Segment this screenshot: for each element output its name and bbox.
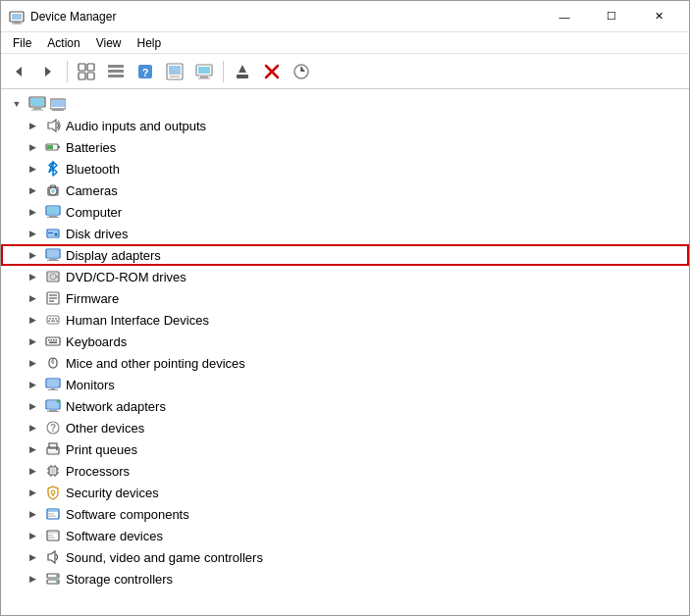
tree-item-software-dev[interactable]: ▶ Software devices — [1, 525, 689, 546]
tree-item-cameras[interactable]: ▶ Cameras — [1, 180, 689, 201]
expand-firmware-icon: ▶ — [25, 290, 40, 306]
maximize-button[interactable]: ☐ — [589, 1, 634, 32]
hid-icon — [44, 311, 62, 329]
menu-file[interactable]: File — [5, 34, 39, 52]
tree-item-print[interactable]: ▶ Print queues — [1, 438, 689, 460]
svg-rect-21 — [198, 77, 210, 78]
software-comp-icon — [44, 505, 62, 523]
svg-point-52 — [55, 233, 58, 236]
details-button[interactable] — [102, 58, 130, 85]
svg-rect-91 — [47, 411, 59, 412]
update-button[interactable] — [288, 58, 315, 85]
svg-rect-87 — [48, 389, 58, 390]
dvd-label: DVD/CD-ROM drives — [66, 270, 186, 284]
mice-icon — [44, 354, 62, 372]
svg-rect-31 — [33, 108, 41, 110]
network-label: Network adapters — [66, 399, 166, 414]
expand-root-icon: ▼ — [9, 96, 25, 112]
properties-button[interactable] — [73, 58, 100, 85]
software-dev-icon — [44, 527, 62, 544]
svg-rect-68 — [49, 318, 51, 320]
expand-sound-icon: ▶ — [25, 549, 40, 565]
menu-bar: File Action View Help — [1, 32, 689, 54]
svg-point-44 — [51, 189, 55, 193]
other-icon: ? — [44, 419, 62, 436]
svg-rect-65 — [49, 297, 57, 299]
svg-rect-86 — [51, 388, 55, 389]
svg-rect-90 — [49, 410, 57, 411]
delete-button[interactable] — [258, 58, 286, 85]
svg-point-92 — [57, 400, 60, 403]
batteries-label: Batteries — [66, 140, 116, 155]
print-icon — [44, 440, 62, 458]
scan-button[interactable] — [229, 58, 256, 85]
tree-item-audio[interactable]: ▶ Audio inputs and outputs — [1, 115, 689, 136]
tree-item-storage[interactable]: ▶ Storage controllers — [1, 568, 689, 590]
svg-rect-6 — [79, 64, 85, 71]
tree-item-security[interactable]: ▶ Security devices — [1, 482, 689, 503]
tree-item-software-comp[interactable]: ▶ Software components — [1, 503, 689, 525]
tree-item-other[interactable]: ▶ ? Other devices — [1, 417, 689, 438]
svg-rect-17 — [170, 76, 180, 77]
menu-help[interactable]: Help — [130, 34, 170, 52]
print-label: Print queues — [66, 442, 137, 457]
device-tree: ▼ — [1, 93, 689, 590]
svg-marker-119 — [48, 551, 55, 563]
svg-rect-74 — [46, 337, 60, 345]
tree-item-firmware[interactable]: ▶ Firmware — [1, 287, 689, 309]
expand-batteries-icon: ▶ — [25, 139, 40, 155]
security-label: Security devices — [66, 486, 159, 500]
svg-rect-7 — [87, 64, 94, 71]
svg-point-61 — [52, 276, 54, 278]
tree-item-hid[interactable]: ▶ Human Interface Devices — [1, 309, 689, 331]
svg-rect-113 — [48, 513, 54, 515]
help-button[interactable]: ? — [132, 58, 159, 85]
processors-label: Processors — [66, 464, 130, 479]
tree-item-batteries[interactable]: ▶ Batteries — [1, 136, 689, 158]
minimize-button[interactable]: — — [542, 1, 587, 32]
svg-rect-82 — [51, 360, 53, 363]
svg-rect-78 — [56, 339, 58, 341]
svg-rect-16 — [169, 66, 181, 75]
tree-item-disk[interactable]: ▶ Disk drives — [1, 223, 689, 244]
svg-point-83 — [52, 367, 54, 369]
tree-item-processors[interactable]: ▶ Processors — [1, 460, 689, 482]
tree-item-mice[interactable]: ▶ Mice and other pointing devices — [1, 352, 689, 374]
close-button[interactable]: ✕ — [636, 1, 681, 32]
device-tree-content[interactable]: ▼ — [1, 89, 689, 615]
tree-item-display[interactable]: ▶ Display adapters — [1, 244, 689, 266]
software-comp-label: Software components — [66, 507, 189, 522]
expand-storage-icon: ▶ — [25, 571, 40, 587]
svg-rect-49 — [47, 217, 59, 218]
expand-security-icon: ▶ — [25, 485, 40, 500]
forward-button[interactable] — [34, 58, 62, 85]
expand-audio-icon: ▶ — [25, 118, 40, 133]
svg-point-122 — [56, 575, 58, 577]
monitor-icon — [44, 376, 62, 393]
tree-item-monitors[interactable]: ▶ Monitors — [1, 374, 689, 395]
tree-item-dvd[interactable]: ▶ DVD/CD-ROM drives — [1, 266, 689, 287]
back-button[interactable] — [5, 58, 32, 85]
svg-rect-12 — [108, 75, 124, 77]
menu-view[interactable]: View — [88, 34, 130, 52]
computer-icon — [28, 95, 46, 113]
svg-rect-20 — [200, 77, 208, 78]
tree-item-keyboards[interactable]: ▶ Keyboards — [1, 331, 689, 352]
svg-rect-39 — [58, 146, 60, 148]
svg-rect-117 — [48, 535, 53, 537]
disk-icon — [44, 225, 62, 242]
driver-update-button[interactable] — [161, 58, 188, 85]
tree-root-item[interactable]: ▼ — [1, 93, 689, 115]
device-manager-window: Device Manager — ☐ ✕ File Action View He… — [0, 0, 690, 616]
tree-item-network[interactable]: ▶ Network adapters — [1, 395, 689, 417]
root-label — [50, 96, 70, 113]
tree-item-sound[interactable]: ▶ Sound, video and game controllers — [1, 546, 689, 568]
screen-button[interactable] — [190, 58, 218, 85]
bluetooth-label: Bluetooth — [66, 162, 120, 177]
tree-item-computer[interactable]: ▶ Computer — [1, 201, 689, 223]
tree-item-bluetooth[interactable]: ▶ Bluetooth — [1, 158, 689, 180]
svg-rect-9 — [87, 73, 94, 79]
display-icon — [44, 246, 62, 264]
svg-rect-22 — [237, 75, 248, 78]
menu-action[interactable]: Action — [39, 34, 87, 52]
